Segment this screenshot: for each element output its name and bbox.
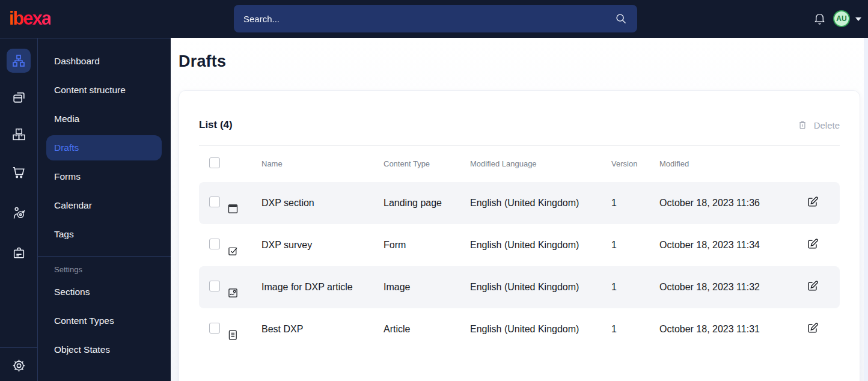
trash-icon xyxy=(797,120,808,130)
row-name[interactable]: Image for DXP article xyxy=(261,282,384,293)
edit-button[interactable] xyxy=(806,322,819,335)
column-header-version: Version xyxy=(611,159,659,168)
edit-button[interactable] xyxy=(806,237,819,251)
row-modified-language: English (United Kingdom) xyxy=(470,282,611,293)
row-name[interactable]: DXP survey xyxy=(261,240,384,251)
corporate-badge-icon[interactable] xyxy=(0,245,37,260)
row-content-type: Landing page xyxy=(384,198,470,209)
vertical-scrollbar[interactable] xyxy=(864,38,868,381)
sidebar-item-label: Content structure xyxy=(54,85,126,96)
sidebar-item-object-states[interactable]: Object States xyxy=(38,335,171,364)
search-icon[interactable] xyxy=(614,12,628,25)
column-header-content-type: Content Type xyxy=(384,159,470,168)
sidebar-item-content-types[interactable]: Content Types xyxy=(38,306,171,335)
row-modified-language: English (United Kingdom) xyxy=(470,240,611,251)
sidebar-item-dashboard[interactable]: Dashboard xyxy=(38,47,171,76)
topbar: ibexa AU xyxy=(0,0,868,38)
drafts-card: List (4) Delete Name Conten xyxy=(179,90,860,381)
row-content-type: Form xyxy=(384,240,470,251)
delete-button-label: Delete xyxy=(814,120,840,130)
sidebar-item-tags[interactable]: Tags xyxy=(38,220,171,249)
list-header: List (4) Delete xyxy=(199,112,840,138)
table-header-row: Name Content Type Modified Language Vers… xyxy=(199,145,840,182)
row-checkbox[interactable] xyxy=(209,197,220,207)
settings-gear-icon[interactable] xyxy=(0,358,37,373)
row-content-type: Image xyxy=(384,282,470,293)
notifications-bell-icon[interactable] xyxy=(813,12,827,26)
icon-rail xyxy=(0,38,38,381)
sidebar-item-label: Sections xyxy=(54,287,90,297)
column-header-modified: Modified xyxy=(659,159,800,168)
ibexa-logo[interactable]: ibexa xyxy=(9,7,50,30)
table-row[interactable]: DXP section Landing page English (United… xyxy=(199,182,840,224)
page-title: Drafts xyxy=(179,52,868,71)
sidebar-item-label: Object States xyxy=(54,344,110,355)
sidebar-item-media[interactable]: Media xyxy=(38,105,171,133)
products-boxes-icon[interactable] xyxy=(0,127,37,142)
select-all-checkbox[interactable] xyxy=(209,157,220,168)
row-modified: October 18, 2023 11:36 xyxy=(659,198,800,209)
settings-section-label: Settings xyxy=(38,257,171,278)
delete-button[interactable]: Delete xyxy=(797,120,840,130)
sidebar-item-forms[interactable]: Forms xyxy=(38,162,171,191)
user-menu-chevron-down-icon[interactable] xyxy=(855,17,861,21)
row-modified-language: English (United Kingdom) xyxy=(470,198,611,209)
row-name[interactable]: DXP section xyxy=(261,198,384,209)
user-avatar[interactable]: AU xyxy=(833,10,850,27)
pages-icon[interactable] xyxy=(0,90,37,105)
row-version: 1 xyxy=(611,282,659,293)
global-search[interactable] xyxy=(234,5,637,32)
table-row[interactable]: DXP survey Form English (United Kingdom)… xyxy=(199,224,840,266)
personalization-target-icon[interactable] xyxy=(0,206,37,221)
row-version: 1 xyxy=(611,324,659,335)
row-checkbox[interactable] xyxy=(209,323,220,334)
sidebar-item-calendar[interactable]: Calendar xyxy=(38,191,171,220)
sidebar-item-content-structure[interactable]: Content structure xyxy=(38,76,171,105)
search-input[interactable] xyxy=(243,14,614,24)
landing-page-icon xyxy=(227,203,261,215)
table-row[interactable]: Image for DXP article Image English (Uni… xyxy=(199,266,840,308)
sidebar-item-label: Calendar xyxy=(54,200,92,211)
list-count-title: List (4) xyxy=(199,119,233,131)
sidebar-item-label: Dashboard xyxy=(54,56,100,67)
rail-divider xyxy=(0,347,37,348)
article-icon xyxy=(227,329,261,341)
row-modified: October 18, 2023 11:31 xyxy=(659,324,800,335)
content-tree-icon[interactable] xyxy=(7,49,31,73)
row-version: 1 xyxy=(611,198,659,209)
row-checkbox[interactable] xyxy=(209,239,220,249)
sidebar-menu: Dashboard Content structure Media Drafts… xyxy=(38,38,171,381)
sidebar-item-label: Forms xyxy=(54,171,81,182)
commerce-cart-icon[interactable] xyxy=(0,165,37,180)
table-row[interactable]: Best DXP Article English (United Kingdom… xyxy=(199,308,840,350)
sidebar-item-label: Content Types xyxy=(54,315,114,326)
form-icon xyxy=(227,245,261,257)
row-modified: October 18, 2023 11:34 xyxy=(659,240,800,251)
main-content: Drafts List (4) Delete xyxy=(171,38,868,381)
image-icon xyxy=(227,287,261,299)
row-modified-language: English (United Kingdom) xyxy=(470,324,611,335)
row-content-type: Article xyxy=(384,324,470,335)
row-modified: October 18, 2023 11:32 xyxy=(659,282,800,293)
edit-button[interactable] xyxy=(806,195,819,209)
row-checkbox[interactable] xyxy=(209,281,220,291)
column-header-modified-language: Modified Language xyxy=(470,159,611,168)
sidebar-item-label: Media xyxy=(54,114,79,124)
edit-button[interactable] xyxy=(806,279,819,293)
row-version: 1 xyxy=(611,240,659,251)
sidebar-item-label: Tags xyxy=(54,229,74,240)
sidebar-item-label: Drafts xyxy=(54,142,79,153)
drafts-table: Name Content Type Modified Language Vers… xyxy=(199,145,840,350)
sidebar-item-drafts[interactable]: Drafts xyxy=(46,135,162,160)
column-header-name: Name xyxy=(261,159,384,168)
sidebar-item-sections[interactable]: Sections xyxy=(38,278,171,306)
row-name[interactable]: Best DXP xyxy=(261,324,384,335)
